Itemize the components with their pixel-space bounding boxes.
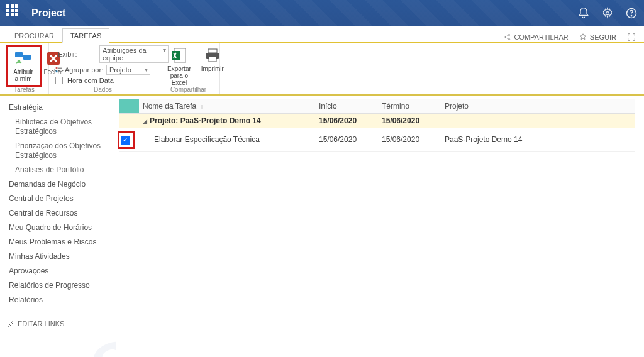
share-label: COMPARTILHAR <box>514 33 568 41</box>
assign-label: Atribuir a mim <box>13 69 33 82</box>
time-with-date-checkbox[interactable]: Hora com Data <box>55 77 150 84</box>
help-icon[interactable] <box>625 7 638 19</box>
svg-point-2 <box>631 16 631 16</box>
svg-rect-18 <box>208 49 217 53</box>
sort-asc-icon: ↑ <box>201 103 204 110</box>
assign-icon <box>13 50 33 67</box>
follow-button[interactable]: SEGUIR <box>579 33 616 41</box>
gear-icon[interactable] <box>601 7 614 19</box>
col-end[interactable]: Término <box>378 99 441 114</box>
tab-tasks[interactable]: TAREFAS <box>62 28 109 43</box>
print-label: Imprimir <box>201 65 224 72</box>
star-icon <box>579 33 587 41</box>
edit-links-button[interactable]: EDITAR LINKS <box>4 320 113 327</box>
tab-browse[interactable]: PROCURAR <box>6 28 62 42</box>
row-taskname: Elaborar Especificação Técnica <box>139 128 315 152</box>
svg-rect-13 <box>56 70 58 72</box>
sidebar-item-10[interactable]: Aprovações <box>4 264 113 278</box>
group-tasks-label: Tarefas <box>0 86 48 93</box>
app-title: Project <box>31 8 65 19</box>
page-actions: COMPARTILHAR SEGUIR <box>502 32 644 42</box>
svg-point-5 <box>509 38 510 40</box>
excel-icon <box>169 47 189 64</box>
follow-label: SEGUIR <box>590 33 616 41</box>
table-row[interactable]: ✓ Elaborar Especificação Técnica 15/06/2… <box>119 128 635 152</box>
col-start[interactable]: Início <box>315 99 378 114</box>
ribbon-group-share: Exportar para o Excel Imprimir Compartil… <box>157 43 220 94</box>
notifications-icon[interactable] <box>577 7 590 19</box>
pencil-icon <box>8 320 15 327</box>
svg-point-4 <box>509 34 510 35</box>
svg-rect-20 <box>209 57 216 62</box>
svg-rect-12 <box>56 67 58 69</box>
sidebar-item-2[interactable]: Priorização dos Objetivos Estratégicos <box>4 139 113 163</box>
col-check[interactable] <box>119 99 139 114</box>
group-icon <box>55 65 62 74</box>
print-icon <box>203 47 223 64</box>
svg-rect-15 <box>58 71 62 72</box>
svg-point-0 <box>606 12 609 15</box>
sidebar-item-7[interactable]: Meu Quadro de Horários <box>4 221 113 235</box>
col-project[interactable]: Projeto <box>441 99 635 114</box>
col-taskname-label: Nome da Tarefa <box>143 102 196 111</box>
group-row-label: Projeto: PaaS-Projeto Demo 14 <box>150 116 261 125</box>
collapse-icon[interactable]: ◢ <box>143 118 147 124</box>
groupby-label: Agrupar por: <box>65 66 104 74</box>
assign-to-me-button[interactable]: Atribuir a mim <box>9 48 37 84</box>
sidebar-item-3[interactable]: Análises de Portfólio <box>4 163 113 177</box>
svg-rect-17 <box>172 51 180 60</box>
group-row[interactable]: ◢Projeto: PaaS-Projeto Demo 14 15/06/202… <box>119 114 635 128</box>
time-with-date-label: Hora com Data <box>67 77 114 84</box>
row-end: 15/06/2020 <box>378 128 441 152</box>
export-label: Exportar para o Excel <box>167 65 191 86</box>
share-button[interactable]: COMPARTILHAR <box>502 33 568 41</box>
show-label: Exibir: <box>58 50 97 58</box>
edit-links-label: EDITAR LINKS <box>18 320 64 327</box>
sidebar-item-0[interactable]: Estratégia <box>4 101 113 115</box>
left-navigation: EstratégiaBiblioteca de Objetivos Estrat… <box>0 96 116 357</box>
row-project: PaaS-Projeto Demo 14 <box>441 128 635 152</box>
groupby-dropdown[interactable]: Projeto <box>106 65 150 75</box>
main-content: Nome da Tarefa ↑ Início Término Projeto … <box>116 96 644 357</box>
ribbon-group-tasks: Atribuir a mim Fechar Tarefas <box>0 43 49 94</box>
sidebar-item-4[interactable]: Demandas de Negócio <box>4 177 113 192</box>
group-row-end: 15/06/2020 <box>378 114 441 128</box>
app-launcher-icon[interactable] <box>6 4 24 22</box>
body: EstratégiaBiblioteca de Objetivos Estrat… <box>0 96 644 357</box>
export-excel-button[interactable]: Exportar para o Excel <box>164 45 195 87</box>
sidebar-item-11[interactable]: Relatórios de Progresso <box>4 278 113 293</box>
sidebar-item-5[interactable]: Central de Projetos <box>4 192 113 206</box>
row-checkbox[interactable]: ✓ <box>121 136 130 145</box>
print-button[interactable]: Imprimir <box>197 45 228 74</box>
header-actions <box>577 7 638 19</box>
task-grid: Nome da Tarefa ↑ Início Término Projeto … <box>119 99 635 152</box>
row-checkbox-highlight: ✓ <box>118 131 135 149</box>
assign-close-highlight: Atribuir a mim Fechar <box>6 45 42 87</box>
share-icon <box>502 33 511 41</box>
checkbox-icon <box>55 77 63 84</box>
svg-rect-14 <box>58 68 62 69</box>
sidebar-item-1[interactable]: Biblioteca de Objetivos Estratégicos <box>4 115 113 139</box>
ribbon-tabs: PROCURAR TAREFAS COMPARTILHAR SEGUIR <box>0 26 644 43</box>
group-data-label: Dados <box>49 86 157 93</box>
row-start: 15/06/2020 <box>315 128 378 152</box>
sidebar-item-12[interactable]: Relatórios <box>4 293 113 307</box>
fullscreen-icon[interactable] <box>626 32 636 42</box>
app-header: Project <box>0 0 644 26</box>
group-share-label: Compartilhar <box>157 86 219 93</box>
sidebar-item-9[interactable]: Minhas Atividades <box>4 250 113 264</box>
sidebar-item-6[interactable]: Central de Recursos <box>4 206 113 221</box>
ribbon-group-data: Exibir: Atribuições da equipe Agrupar po… <box>49 43 157 94</box>
svg-rect-7 <box>23 55 31 60</box>
svg-rect-6 <box>15 52 23 57</box>
svg-point-3 <box>504 36 506 38</box>
group-row-start: 15/06/2020 <box>315 114 378 128</box>
ribbon: Atribuir a mim Fechar Tarefas Exibir: At… <box>0 43 644 96</box>
sidebar-item-8[interactable]: Meus Problemas e Riscos <box>4 235 113 250</box>
col-taskname[interactable]: Nome da Tarefa ↑ <box>139 99 315 114</box>
